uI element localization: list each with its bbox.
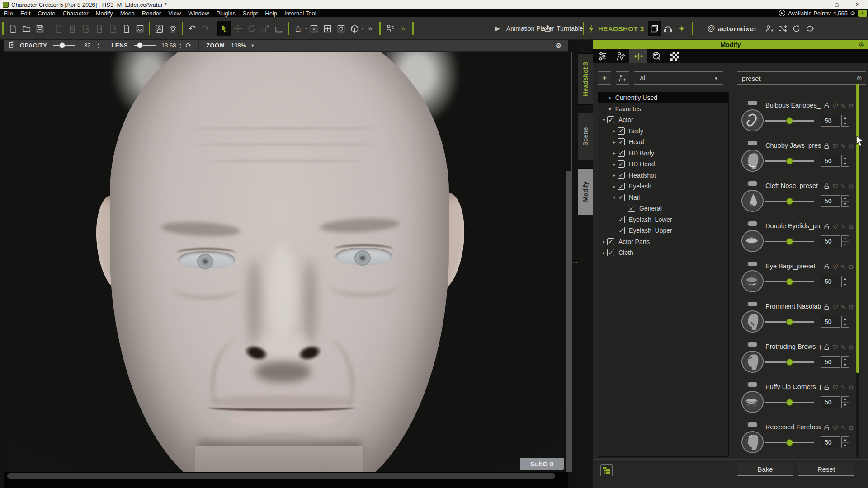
lens-slider[interactable]	[134, 45, 156, 46]
settings-icon[interactable]: ⚙	[847, 424, 855, 432]
edit-icon[interactable]: ✎	[840, 303, 847, 311]
edit-icon[interactable]: ✎	[840, 102, 847, 110]
character-scale-icon[interactable]	[383, 21, 396, 36]
favorite-icon[interactable]: ♡	[831, 384, 839, 391]
side-tab-headshot-3[interactable]: Headshot 3	[578, 53, 593, 105]
menu-item-view[interactable]: View	[165, 9, 184, 17]
caret-expanded-icon[interactable]: ▾	[611, 195, 618, 200]
unlock-icon[interactable]	[823, 384, 830, 391]
import-doc-icon[interactable]	[52, 21, 65, 36]
checkbox-checked[interactable]: ✓	[618, 194, 625, 201]
caret-collapsed-icon[interactable]: ▸	[611, 184, 618, 189]
favorite-icon[interactable]: ♡	[831, 424, 839, 432]
menu-item-modify[interactable]: Modify	[92, 9, 116, 17]
checkbox-checked[interactable]: ✓	[618, 227, 625, 234]
minimize-button[interactable]: –	[806, 0, 826, 9]
preset-toggle-icon[interactable]	[746, 302, 757, 306]
preset-value-stepper[interactable]: ▲▼	[841, 396, 849, 408]
tree-item-eyelash[interactable]: ▸✓Eyelash	[598, 181, 728, 192]
settings-icon[interactable]: ⚙	[847, 384, 855, 391]
tab-attributes[interactable]	[593, 49, 611, 63]
rotate-tool-icon[interactable]	[245, 21, 258, 36]
unlock-icon[interactable]	[823, 263, 830, 271]
panel-header[interactable]: Modify ⊗	[593, 40, 868, 49]
menu-item-internal-tool[interactable]: Internal Tool	[281, 9, 320, 17]
export-obj-icon[interactable]	[79, 21, 92, 36]
edit-morph-slider-button[interactable]	[616, 71, 629, 85]
mixer-shuffle-icon[interactable]	[776, 21, 790, 36]
mixer-loop-icon[interactable]	[803, 21, 817, 36]
opacity-value[interactable]: 32	[80, 42, 94, 49]
menu-item-file[interactable]: File	[0, 9, 17, 17]
preset-slider[interactable]	[765, 120, 814, 122]
preset-value-input[interactable]: 50	[821, 356, 840, 368]
caret-collapsed-icon[interactable]: ▸	[601, 250, 607, 255]
caret-collapsed-icon[interactable]: ▸	[611, 150, 618, 155]
menu-item-script[interactable]: Script	[239, 9, 261, 17]
avatar-tool-icon[interactable]	[152, 21, 166, 36]
preset-value-input[interactable]: 50	[821, 235, 840, 247]
settings-icon[interactable]: ⚙	[847, 102, 855, 110]
favorite-icon[interactable]: ♡	[831, 102, 839, 110]
favorite-icon[interactable]: ♡	[831, 263, 839, 271]
preset-value-stepper[interactable]: ▲▼	[841, 235, 849, 247]
menu-item-edit[interactable]: Edit	[17, 9, 34, 17]
camera-view-cube-icon[interactable]	[348, 21, 361, 36]
scale-tool-icon[interactable]	[258, 21, 272, 36]
tree-item-eyelash-lower[interactable]: ✓Eyelash_Lower	[598, 214, 728, 225]
bake-button[interactable]: Bake	[737, 463, 793, 476]
preset-value-stepper[interactable]: ▲▼	[841, 316, 849, 328]
open-project-icon[interactable]	[19, 21, 33, 36]
category-filter-select[interactable]: All ▼	[635, 71, 723, 85]
preset-value-input[interactable]: 50	[821, 316, 840, 328]
move-tool-icon[interactable]	[231, 21, 245, 36]
export-image-icon[interactable]	[119, 21, 133, 36]
nose-thumbnail[interactable]	[741, 190, 764, 212]
settings-icon[interactable]: ⚙	[847, 223, 855, 230]
caret-collapsed-icon[interactable]: ▸	[611, 140, 618, 145]
tree-item-head[interactable]: ▸✓Head	[598, 136, 728, 148]
preset-toggle-icon[interactable]	[746, 262, 757, 266]
unlock-icon[interactable]	[823, 343, 830, 351]
tree-item-nail[interactable]: ▾✓Nail	[598, 192, 728, 203]
viewport-horizontal-scrollbar[interactable]	[7, 473, 555, 479]
edit-icon[interactable]: ✎	[840, 343, 847, 351]
menu-item-render[interactable]: Render	[138, 9, 165, 17]
favorite-icon[interactable]: ♡	[831, 303, 839, 311]
menu-item-help[interactable]: Help	[261, 9, 281, 17]
jaw-thumbnail[interactable]	[741, 150, 764, 172]
preset-toggle-icon[interactable]	[746, 181, 757, 186]
tree-item-hd-body[interactable]: ▸✓HD Body	[598, 148, 728, 159]
preset-value-input[interactable]: 50	[821, 436, 840, 448]
onion-skin-icon[interactable]	[8, 41, 16, 51]
eyelid-thumbnail[interactable]	[741, 230, 764, 252]
menu-item-plugins[interactable]: Plugins	[212, 9, 239, 17]
unlock-icon[interactable]	[823, 303, 830, 311]
tree-view-options-button[interactable]	[600, 464, 613, 476]
menu-item-character[interactable]: Character	[59, 9, 92, 17]
zoom-value[interactable]: 138%	[231, 42, 246, 49]
search-input[interactable]	[737, 75, 856, 82]
add-points-button[interactable]: +	[858, 10, 867, 17]
unlock-icon[interactable]	[823, 102, 830, 110]
viewport-close-icon[interactable]: ⊗	[556, 41, 561, 50]
menu-item-window[interactable]: Window	[184, 9, 212, 17]
preset-slider[interactable]	[765, 442, 814, 443]
edit-icon[interactable]: ✎	[840, 183, 847, 190]
lips-thumbnail[interactable]	[741, 391, 764, 413]
menu-item-create[interactable]: Create	[34, 9, 59, 17]
preset-value-input[interactable]: 50	[821, 195, 840, 207]
frame-selected-icon[interactable]	[307, 21, 321, 36]
lens-value[interactable]: 13.68	[161, 42, 176, 49]
caret-collapsed-icon[interactable]: ▸	[611, 173, 618, 178]
select-tool-icon[interactable]	[217, 21, 231, 36]
turntable-icon[interactable]	[541, 21, 554, 36]
side-tab-modify[interactable]: Modify	[578, 168, 593, 215]
preset-value-stepper[interactable]: ▲▼	[841, 155, 849, 167]
camera-pan-icon[interactable]	[321, 21, 334, 36]
tree-item-actor-parts[interactable]: ▸✓Actor Parts	[598, 236, 728, 248]
preset-slider[interactable]	[765, 361, 814, 363]
pose-library-icon[interactable]	[133, 21, 146, 36]
camera-more-icon[interactable]: »	[363, 21, 377, 36]
tree-item-cloth[interactable]: ▸✓Cloth	[598, 247, 728, 258]
